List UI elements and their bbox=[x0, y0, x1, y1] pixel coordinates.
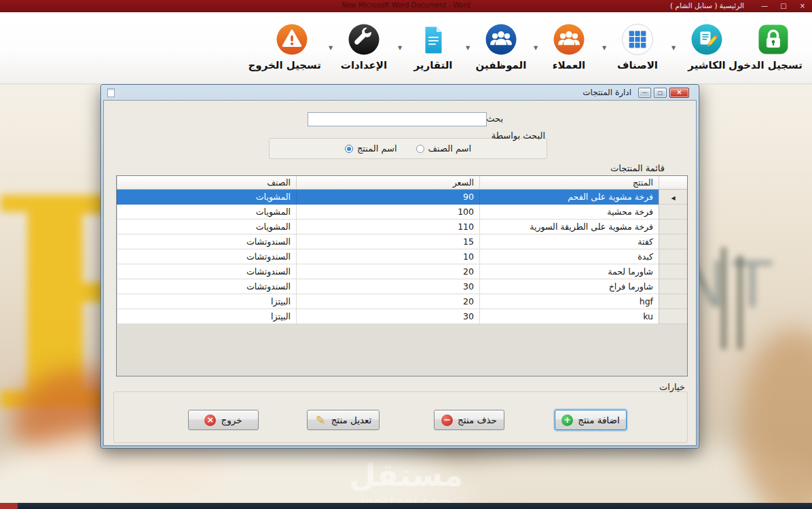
logout-warning-icon bbox=[276, 23, 308, 56]
toolbar-item-logout[interactable]: تسجيل الخروج bbox=[263, 23, 321, 71]
radio-circle-checked-icon bbox=[345, 145, 353, 153]
table-row[interactable]: شاورما لحمة 20 السندوتشات bbox=[117, 264, 687, 279]
search-input[interactable] bbox=[308, 112, 487, 126]
dialog-title: ادارة المنتجات bbox=[583, 88, 631, 97]
table-row[interactable]: شاورما فراخ 30 السندوتشات bbox=[117, 279, 687, 294]
window-minimize-button[interactable]: — bbox=[760, 1, 769, 12]
toolbar-label-customers: العملاء bbox=[540, 59, 598, 71]
products-list-label: قائمة المنتجات bbox=[610, 163, 665, 173]
watermark: مستقل mostaql.com bbox=[349, 457, 463, 503]
product-cell: شاورما لحمة bbox=[479, 264, 659, 279]
table-row[interactable]: hgf 20 البيتزا bbox=[117, 294, 687, 309]
toolbar-label-categories: الاصناف bbox=[608, 59, 667, 71]
report-document-icon bbox=[417, 23, 449, 56]
price-cell: 90 bbox=[296, 190, 479, 205]
category-cell: البيتزا bbox=[117, 309, 296, 324]
column-header-product[interactable]: المنتج bbox=[479, 176, 659, 190]
category-cell: المشويات bbox=[117, 205, 296, 220]
product-cell: ku bbox=[479, 309, 659, 324]
table-row[interactable]: ◀ فرخة مشوية على الفحم 90 المشويات bbox=[117, 190, 687, 205]
window-close-button[interactable]: × bbox=[798, 1, 807, 12]
exit-button[interactable]: خروج × bbox=[188, 410, 259, 430]
dialog-body: بحث البحث بواسطة اسم الصنف اسم المنتج قا… bbox=[103, 100, 697, 446]
toolbar-label-login: تسجيل الدخول bbox=[744, 59, 802, 71]
radio-circle-icon bbox=[416, 145, 424, 153]
delete-product-label: حذف منتج bbox=[458, 415, 497, 425]
price-cell: 30 bbox=[296, 279, 479, 294]
table-row[interactable]: كبدة 10 السندوتشات bbox=[117, 249, 687, 264]
toolbar-label-settings: الإعدادات bbox=[335, 59, 393, 71]
dropdown-caret-icon[interactable]: ▼ bbox=[534, 45, 538, 51]
watermark-domain: mostaql.com bbox=[349, 495, 463, 503]
table-row[interactable]: كفتة 15 السندوتشات bbox=[117, 234, 687, 249]
options-label: خيارات bbox=[659, 382, 685, 392]
dropdown-caret-icon[interactable]: ▼ bbox=[398, 45, 402, 51]
toolbar-item-employees[interactable]: ▼ الموظفين bbox=[472, 23, 530, 71]
background-glass-stem bbox=[737, 256, 743, 349]
toolbar-label-reports: التقارير bbox=[404, 59, 462, 71]
radio-product-name-label: اسم المنتج bbox=[357, 143, 397, 154]
category-cell: المشويات bbox=[117, 220, 296, 234]
price-cell: 30 bbox=[296, 309, 479, 324]
price-cell: 15 bbox=[296, 234, 479, 249]
close-circle-icon: × bbox=[204, 415, 216, 426]
price-cell: 20 bbox=[296, 294, 479, 309]
radio-product-name[interactable]: اسم المنتج bbox=[345, 143, 397, 154]
exit-label: خروج bbox=[221, 415, 242, 425]
category-cell: السندوتشات bbox=[117, 264, 296, 279]
price-cell: 110 bbox=[296, 220, 479, 234]
product-cell: hgf bbox=[479, 294, 659, 309]
row-selector: ◀ bbox=[659, 190, 687, 205]
cashier-note-icon bbox=[690, 23, 723, 56]
toolbar-item-login[interactable]: تسجيل الدخول bbox=[744, 23, 802, 71]
window-maximize-button[interactable]: □ bbox=[779, 1, 788, 12]
row-selector bbox=[659, 205, 687, 220]
background-document-title: New Microsoft Word Document - Word bbox=[342, 1, 470, 9]
dialog-titlebar[interactable]: ادارة المنتجات — □ × bbox=[103, 85, 697, 100]
table-row[interactable]: فرخة مشوية على الطريقة السورية 110 المشو… bbox=[117, 220, 687, 234]
toolbar-item-customers[interactable]: ▼ العملاء bbox=[540, 23, 598, 71]
column-header-category[interactable]: الصنف bbox=[117, 176, 296, 190]
dialog-close-button[interactable]: × bbox=[669, 88, 689, 98]
row-selector bbox=[659, 220, 687, 234]
toolbar-item-cashier[interactable]: ▼ الكاشير bbox=[678, 23, 736, 71]
screen: New Microsoft Word Document - Word الرئي… bbox=[0, 0, 812, 509]
dialog-document-icon bbox=[107, 88, 115, 97]
customers-people-icon bbox=[553, 23, 585, 56]
delete-product-button[interactable]: حذف منتج − bbox=[434, 410, 504, 430]
category-cell: البيتزا bbox=[117, 294, 296, 309]
options-groupbox: اضافة منتج + حذف منتج − تعديل منتج ✎ خرو… bbox=[113, 391, 688, 443]
dropdown-caret-icon[interactable]: ▼ bbox=[602, 45, 606, 51]
dropdown-caret-icon[interactable]: ▼ bbox=[329, 45, 333, 51]
toolbar-label-logout: تسجيل الخروج bbox=[263, 59, 321, 71]
watermark-name: مستقل bbox=[349, 457, 463, 493]
categories-grid-icon bbox=[621, 23, 654, 56]
taskbar-start-segment bbox=[0, 503, 18, 509]
table-row[interactable]: ku 30 البيتزا bbox=[117, 309, 687, 324]
row-selector bbox=[659, 264, 687, 279]
taskbar bbox=[0, 503, 812, 509]
toolbar-item-settings[interactable]: ▼ الإعدادات bbox=[335, 23, 393, 71]
employees-people-icon bbox=[485, 23, 517, 56]
radio-category-name-label: اسم الصنف bbox=[428, 143, 472, 154]
toolbar-label-employees: الموظفين bbox=[472, 59, 530, 71]
dialog-restore-button[interactable]: □ bbox=[654, 88, 667, 98]
main-window-titlebar: New Microsoft Word Document - Word الرئي… bbox=[0, 0, 812, 12]
dropdown-caret-icon[interactable]: ▼ bbox=[671, 45, 676, 51]
price-cell: 10 bbox=[296, 249, 479, 264]
product-cell: كبدة bbox=[479, 249, 659, 264]
column-header-price[interactable]: السعر bbox=[296, 176, 479, 190]
toolbar-item-reports[interactable]: ▼ التقارير bbox=[404, 23, 462, 71]
toolbar-item-categories[interactable]: ▼ الاصناف bbox=[608, 23, 667, 71]
current-row-arrow-icon: ◀ bbox=[671, 195, 675, 201]
radio-category-name[interactable]: اسم الصنف bbox=[416, 143, 472, 154]
row-selector-header bbox=[659, 176, 687, 190]
dialog-minimize-button[interactable]: — bbox=[638, 88, 651, 98]
table-row[interactable]: فرخة محشية 100 المشويات bbox=[117, 205, 687, 220]
add-product-button[interactable]: اضافة منتج + bbox=[555, 410, 627, 430]
main-toolbar: تسجيل الخروج ▼ الإعدادات ▼ التقارير ▼ ال… bbox=[0, 12, 812, 84]
edit-product-button[interactable]: تعديل منتج ✎ bbox=[307, 410, 380, 430]
dropdown-caret-icon[interactable]: ▼ bbox=[466, 45, 470, 51]
products-table: المنتج السعر الصنف ◀ فرخة مشوية على الفح… bbox=[116, 175, 688, 376]
row-selector bbox=[659, 279, 687, 294]
